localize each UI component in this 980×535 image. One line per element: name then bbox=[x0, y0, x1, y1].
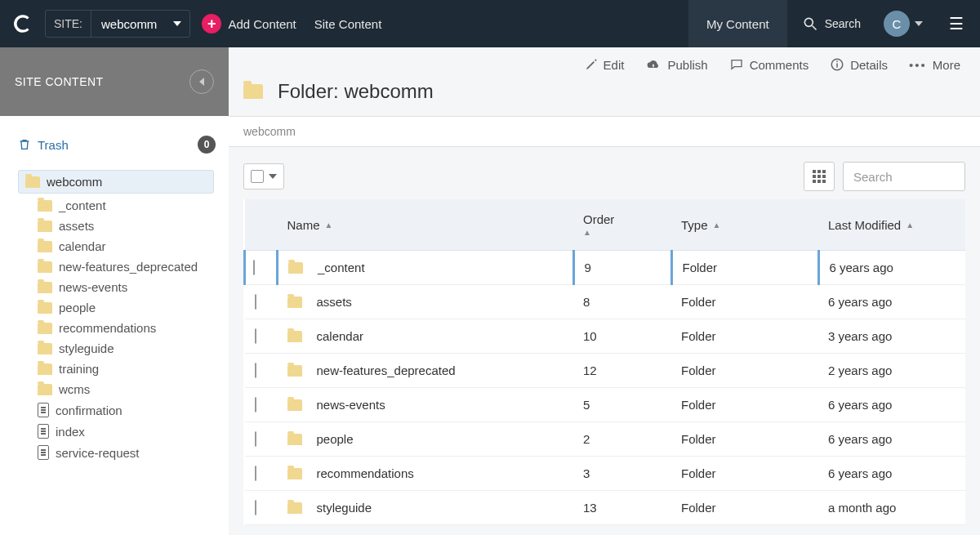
avatar-chevron-icon[interactable] bbox=[915, 21, 923, 26]
row-type: Folder bbox=[671, 354, 818, 388]
svg-point-0 bbox=[804, 18, 813, 26]
row-name: _content bbox=[318, 261, 365, 274]
row-checkbox[interactable] bbox=[255, 431, 256, 447]
tree-folder[interactable]: recommendations bbox=[0, 318, 229, 338]
folder-icon bbox=[287, 331, 302, 342]
row-modified: 6 years ago bbox=[818, 457, 965, 491]
col-order[interactable]: Order▲ bbox=[573, 199, 671, 251]
row-modified: 6 years ago bbox=[818, 388, 965, 422]
tree-folder[interactable]: wcms bbox=[0, 379, 229, 399]
row-order: 10 bbox=[573, 319, 671, 354]
tree-folder[interactable]: calendar bbox=[0, 236, 229, 256]
sidebar-title: SITE CONTENT bbox=[15, 75, 104, 88]
row-name: people bbox=[317, 432, 354, 446]
row-order: 5 bbox=[573, 388, 671, 422]
tree-file[interactable]: index bbox=[0, 421, 229, 442]
comments-button[interactable]: Comments bbox=[729, 58, 809, 72]
svg-rect-5 bbox=[822, 170, 826, 173]
edit-button[interactable]: Edit bbox=[585, 58, 625, 72]
site-label: SITE: bbox=[46, 11, 91, 37]
site-value[interactable]: webcomm bbox=[91, 11, 189, 37]
svg-rect-6 bbox=[813, 175, 816, 178]
sort-asc-icon: ▲ bbox=[583, 228, 662, 237]
row-checkbox[interactable] bbox=[255, 500, 256, 515]
details-button[interactable]: Details bbox=[830, 57, 888, 72]
row-name: styleguide bbox=[317, 501, 372, 515]
tree-folder[interactable]: assets bbox=[0, 216, 229, 236]
tree-file[interactable]: confirmation bbox=[0, 399, 229, 421]
table-row[interactable]: calendar10Folder3 years ago bbox=[245, 319, 966, 354]
row-name: new-features_deprecated bbox=[317, 363, 456, 377]
row-type: Folder bbox=[671, 422, 818, 457]
chevron-down-icon bbox=[173, 21, 181, 26]
row-name: news-events bbox=[317, 398, 385, 412]
row-name: recommendations bbox=[317, 466, 414, 480]
row-order: 2 bbox=[573, 422, 671, 457]
page-title: Folder: webcomm bbox=[229, 77, 980, 116]
table-row[interactable]: new-features_deprecated12Folder2 years a… bbox=[245, 354, 966, 388]
row-checkbox[interactable] bbox=[253, 260, 255, 275]
col-modified[interactable]: Last Modified▲ bbox=[818, 199, 965, 251]
avatar[interactable]: C bbox=[884, 11, 910, 37]
select-all-dropdown[interactable] bbox=[243, 163, 284, 189]
row-modified: 2 years ago bbox=[818, 354, 965, 388]
row-checkbox[interactable] bbox=[255, 328, 256, 344]
folder-icon bbox=[38, 302, 52, 314]
table-row[interactable]: recommendations3Folder6 years ago bbox=[245, 457, 966, 491]
tree-folder[interactable]: styleguide bbox=[0, 338, 229, 359]
trash-icon bbox=[18, 137, 31, 152]
checkbox-icon[interactable] bbox=[251, 170, 264, 183]
tree-folder[interactable]: people bbox=[0, 297, 229, 318]
trash-link[interactable]: Trash 0 bbox=[0, 131, 229, 158]
add-content-link[interactable]: Add Content bbox=[228, 17, 296, 31]
row-checkbox[interactable] bbox=[255, 294, 256, 310]
tree-folder[interactable]: training bbox=[0, 359, 229, 379]
folder-icon bbox=[38, 261, 52, 273]
folder-icon bbox=[38, 241, 52, 252]
col-name[interactable]: Name▲ bbox=[278, 199, 574, 251]
folder-icon bbox=[38, 200, 52, 212]
file-icon bbox=[38, 445, 49, 460]
global-search[interactable]: Search bbox=[787, 16, 875, 32]
svg-rect-9 bbox=[813, 180, 816, 183]
add-icon[interactable]: + bbox=[202, 14, 221, 33]
row-checkbox[interactable] bbox=[255, 466, 256, 481]
folder-icon bbox=[287, 296, 302, 308]
table-row[interactable]: styleguide13Foldera month ago bbox=[245, 491, 966, 525]
breadcrumb[interactable]: webcomm bbox=[229, 116, 980, 147]
tree-folder[interactable]: news-events bbox=[0, 277, 229, 297]
site-selector[interactable]: SITE: webcomm bbox=[45, 10, 190, 38]
col-type[interactable]: Type▲ bbox=[671, 199, 818, 251]
table-search-input[interactable] bbox=[843, 162, 965, 191]
view-grid-button[interactable] bbox=[804, 162, 835, 191]
row-type: Folder bbox=[671, 285, 818, 319]
tree-root[interactable]: webcomm bbox=[18, 170, 214, 194]
row-checkbox[interactable] bbox=[255, 363, 256, 378]
chevron-down-icon bbox=[269, 174, 277, 179]
row-name: assets bbox=[317, 295, 352, 309]
table-row[interactable]: assets8Folder6 years ago bbox=[245, 285, 966, 319]
row-order: 3 bbox=[573, 457, 671, 491]
menu-icon[interactable]: ☰ bbox=[933, 14, 980, 33]
more-button[interactable]: ••• More bbox=[909, 58, 960, 72]
info-icon bbox=[830, 57, 844, 72]
row-type: Folder bbox=[671, 491, 818, 525]
app-logo[interactable] bbox=[0, 0, 45, 47]
site-content-link[interactable]: Site Content bbox=[314, 17, 382, 31]
publish-button[interactable]: Publish bbox=[645, 58, 707, 72]
folder-icon bbox=[287, 399, 302, 411]
tree-file[interactable]: service-request bbox=[0, 442, 229, 463]
row-modified: 6 years ago bbox=[818, 422, 965, 457]
table-row[interactable]: people2Folder6 years ago bbox=[245, 422, 966, 457]
folder-icon bbox=[38, 323, 52, 334]
tree-folder[interactable]: _content bbox=[0, 195, 229, 216]
sidebar-collapse-button[interactable] bbox=[189, 69, 214, 94]
table-row[interactable]: news-events5Folder6 years ago bbox=[245, 388, 966, 422]
table-row[interactable]: _content9Folder6 years ago bbox=[245, 251, 966, 285]
tree-folder[interactable]: new-features_deprecated bbox=[0, 256, 229, 277]
sidebar-header: SITE CONTENT bbox=[0, 47, 229, 116]
my-content-link[interactable]: My Content bbox=[688, 0, 787, 47]
row-modified: 6 years ago bbox=[818, 251, 965, 285]
action-bar: Edit Publish Comments Details ••• More bbox=[229, 47, 980, 77]
row-checkbox[interactable] bbox=[255, 397, 256, 412]
